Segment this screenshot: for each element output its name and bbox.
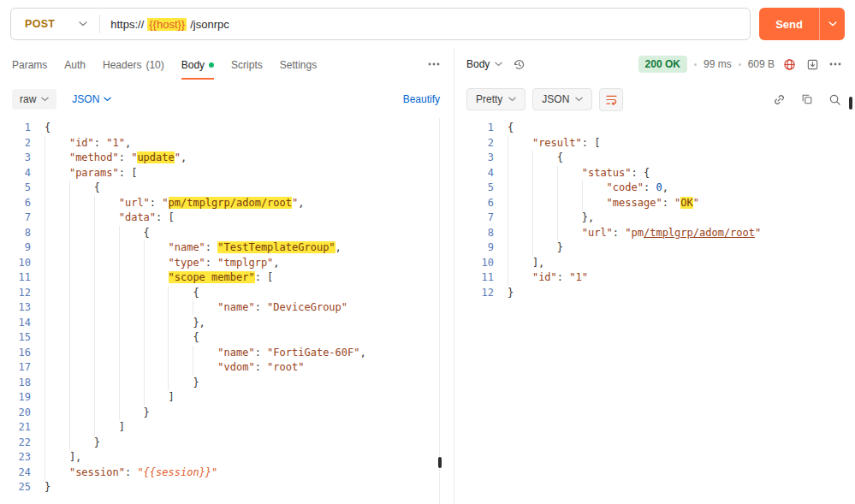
code-text: }, [494,210,594,226]
body-type-selector[interactable]: raw [12,89,56,110]
code-token [508,137,532,149]
line-number: 14 [0,316,31,331]
tab-headers[interactable]: Headers(10) [103,50,164,80]
code-text: { [494,151,563,166]
send-button-group: Send [759,8,845,40]
send-button[interactable]: Send [759,8,819,40]
wrap-text-icon[interactable] [599,88,623,111]
code-line: 14 }, [0,316,454,331]
language-selector[interactable]: JSON [72,93,111,105]
code-line: 11 "scope member": [ [0,270,454,286]
status-badge[interactable]: 200 OK [638,56,687,73]
scrollbar-thumb[interactable] [849,97,852,110]
tab-auth[interactable]: Auth [64,50,86,80]
code-line: 13 "name": "DeviceGroup" [0,300,454,316]
code-token [45,301,217,313]
code-text: { [31,181,100,196]
code-token: "url" [582,227,613,239]
search-icon[interactable] [827,92,843,108]
response-body-selector[interactable]: Body [466,58,502,70]
beautify-button[interactable]: Beautify [403,93,440,105]
code-token: "params" [69,167,119,179]
code-token: "1" [569,271,588,283]
code-text: ], [494,256,544,271]
code-token: } [45,481,50,493]
code-token: "type" [169,257,205,269]
chevron-down-icon [41,97,49,102]
code-line: 10 ], [454,256,855,271]
response-size[interactable]: 609 B [748,58,775,70]
code-token: : [ [582,137,601,149]
response-meta: 200 OK 99 ms 609 B [638,56,843,73]
tab-label: Auth [64,59,86,71]
line-number: 11 [454,270,494,286]
highlighted-token: "TestTemplateGroup" [217,241,335,253]
link-icon[interactable] [771,92,787,108]
code-line: 3 { [454,151,855,166]
code-token: : [255,347,267,359]
highlighted-token: OK [680,197,692,209]
code-token: "name" [217,347,254,359]
chevron-down-icon [79,21,87,27]
code-line: 11 "id": "1" [454,270,855,286]
code-token: { [45,122,50,133]
line-number: 20 [0,406,31,421]
code-token: } [508,241,563,253]
network-warning-icon[interactable] [781,56,798,73]
language-label: JSON [72,93,99,105]
variable-token: "{{session}}" [137,466,217,478]
code-line: 22 } [0,436,454,451]
separator-dot [739,63,741,66]
line-number: 21 [0,420,31,436]
url-box: POST https://{{host}}/jsonrpc [10,8,751,40]
code-text: "name": "FortiGate-60F", [31,346,366,361]
code-line: 16 "name": "FortiGate-60F", [0,346,454,361]
tab-params[interactable]: Params [12,50,47,80]
line-number: 7 [0,210,31,226]
code-line: 9 } [454,240,855,256]
response-time[interactable]: 99 ms [704,58,732,70]
tab-label: Scripts [231,59,263,71]
code-line: 1{ [454,121,855,136]
chevron-down-icon [828,21,837,27]
request-body-editor[interactable]: 1{2 "id": "1",3 "method": "update",4 "pa… [0,118,454,504]
code-line: 19 ] [0,390,454,406]
line-number: 22 [0,436,31,451]
copy-icon[interactable] [799,92,815,107]
code-token [45,241,169,253]
response-toolbar: Pretty JSON [454,80,855,118]
scrollbar-thumb[interactable] [438,457,442,468]
line-number: 12 [454,286,494,301]
request-url-bar: POST https://{{host}}/jsonrpc Send [0,0,855,48]
more-options-icon[interactable] [426,61,442,68]
save-response-icon[interactable] [805,56,821,73]
code-token: : [ [156,211,175,223]
request-tabs: Params Auth Headers(10) Body Scripts Set… [0,48,454,80]
code-token: : [125,466,137,478]
tab-body[interactable]: Body [181,50,214,80]
code-token: "root" [267,361,304,373]
history-icon[interactable] [511,56,527,73]
code-token [45,137,69,149]
code-token: ] [45,391,175,403]
send-options-button[interactable] [819,8,845,40]
method-selector[interactable]: POST [11,9,99,39]
format-selector[interactable]: Pretty [466,88,525,110]
code-token: "pm [625,227,644,239]
tab-settings[interactable]: Settings [280,50,317,80]
code-token: 0 [656,181,662,193]
response-header: Body 200 OK 99 ms 609 B [454,48,855,80]
code-token [45,271,169,283]
more-options-icon[interactable] [828,61,843,68]
line-number: 5 [454,181,494,196]
tab-label: Body [181,59,205,71]
code-text: "type": "tmplgrp", [31,256,280,271]
code-token: : [ [255,271,274,283]
response-language-selector[interactable]: JSON [532,88,592,110]
code-token: "status" [582,167,632,179]
tab-scripts[interactable]: Scripts [231,50,263,80]
chevron-down-icon [495,62,502,67]
code-token: , [359,347,365,359]
code-token [45,197,119,209]
url-input[interactable]: https://{{host}}/jsonrpc [100,18,750,31]
